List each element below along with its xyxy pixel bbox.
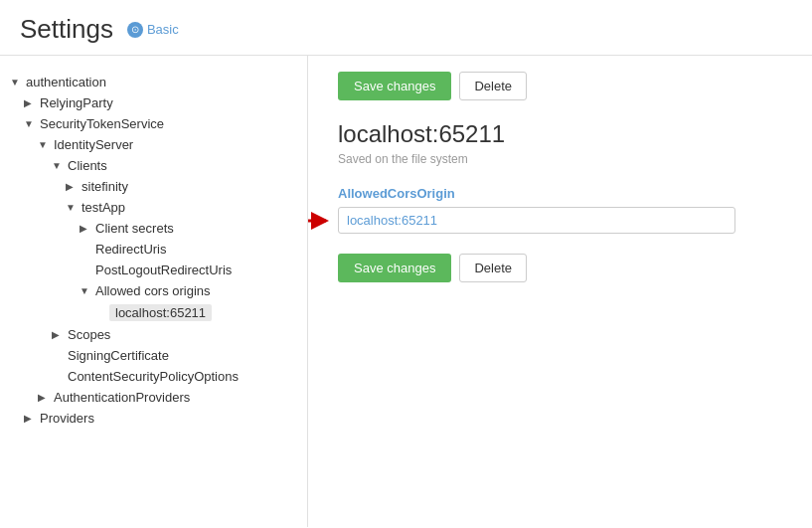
sidebar: authenticationRelyingPartySecurityTokenS… bbox=[0, 56, 308, 527]
label-clientsecrets: Client secrets bbox=[95, 221, 174, 236]
arrow-scopes bbox=[52, 329, 64, 341]
label-scopes: Scopes bbox=[68, 327, 110, 342]
label-identityserver: IdentityServer bbox=[54, 137, 133, 152]
label-securitytokenservice: SecurityTokenService bbox=[40, 116, 164, 131]
label-authenticationproviders: AuthenticationProviders bbox=[54, 390, 190, 405]
sidebar-item-signingcertificate[interactable]: SigningCertificate bbox=[0, 345, 307, 366]
label-allowedcorsorigins: Allowed cors origins bbox=[95, 283, 211, 298]
arrow-providers bbox=[24, 413, 36, 425]
sidebar-item-allowedcorsorigins[interactable]: Allowed cors origins bbox=[0, 280, 307, 301]
label-localhost65211: localhost:65211 bbox=[109, 304, 212, 321]
sidebar-item-testapp[interactable]: testApp bbox=[0, 197, 307, 218]
basic-link[interactable]: ⊙ Basic bbox=[127, 22, 179, 38]
page-title: Settings bbox=[20, 14, 113, 45]
save-button-bottom[interactable]: Save changes bbox=[338, 254, 451, 282]
label-postlogoutredirecturis: PostLogoutRedirectUris bbox=[95, 263, 232, 277]
sidebar-item-securitytokenservice[interactable]: SecurityTokenService bbox=[0, 113, 307, 134]
save-button-top[interactable]: Save changes bbox=[338, 72, 451, 100]
arrow-relyingparty bbox=[24, 97, 36, 109]
arrow-clientsecrets bbox=[80, 223, 91, 235]
sidebar-item-clientsecrets[interactable]: Client secrets bbox=[0, 218, 307, 239]
arrow-authenticationproviders bbox=[38, 392, 50, 404]
basic-icon: ⊙ bbox=[127, 22, 143, 38]
arrow-testapp bbox=[66, 202, 78, 214]
delete-button-bottom[interactable]: Delete bbox=[459, 254, 527, 282]
label-authentication: authentication bbox=[26, 75, 106, 89]
arrow-sitefinity bbox=[66, 181, 78, 193]
sidebar-item-clients[interactable]: Clients bbox=[0, 155, 307, 176]
label-contentsecuritypolicyoptions: ContentSecurityPolicyOptions bbox=[68, 369, 239, 384]
arrow-authentication bbox=[10, 77, 22, 88]
arrow-allowedcorsorigins bbox=[80, 285, 91, 297]
delete-button-top[interactable]: Delete bbox=[459, 72, 527, 100]
field-label: AllowedCorsOrigin bbox=[338, 186, 782, 201]
bottom-button-row: Save changes Delete bbox=[338, 254, 782, 282]
label-clients: Clients bbox=[68, 158, 107, 173]
field-row bbox=[338, 207, 782, 234]
sidebar-item-localhost65211[interactable]: localhost:65211 bbox=[0, 301, 307, 324]
sidebar-item-sitefinity[interactable]: sitefinity bbox=[0, 176, 307, 197]
sidebar-item-contentsecuritypolicyoptions[interactable]: ContentSecurityPolicyOptions bbox=[0, 366, 307, 387]
label-sitefinity: sitefinity bbox=[81, 179, 128, 194]
red-arrow-icon bbox=[308, 211, 332, 231]
sidebar-item-authentication[interactable]: authentication bbox=[0, 72, 307, 92]
label-relyingparty: RelyingParty bbox=[40, 95, 113, 110]
sidebar-item-postlogoutredirecturis[interactable]: PostLogoutRedirectUris bbox=[0, 260, 307, 280]
sidebar-item-relyingparty[interactable]: RelyingParty bbox=[0, 92, 307, 113]
arrow-identityserver bbox=[38, 139, 50, 151]
label-redirecturis: RedirectUris bbox=[95, 242, 167, 257]
label-testapp: testApp bbox=[81, 200, 125, 215]
label-signingcertificate: SigningCertificate bbox=[68, 348, 169, 363]
sidebar-item-identityserver[interactable]: IdentityServer bbox=[0, 134, 307, 155]
main-layout: authenticationRelyingPartySecurityTokenS… bbox=[0, 56, 812, 527]
arrow-securitytokenservice bbox=[24, 118, 36, 130]
arrow-clients bbox=[52, 160, 64, 172]
sidebar-item-providers[interactable]: Providers bbox=[0, 408, 307, 429]
main-content: Save changes Delete localhost:65211 Save… bbox=[308, 56, 812, 527]
header: Settings ⊙ Basic bbox=[0, 0, 812, 56]
sidebar-item-scopes[interactable]: Scopes bbox=[0, 324, 307, 345]
basic-label: Basic bbox=[147, 22, 179, 37]
sidebar-item-authenticationproviders[interactable]: AuthenticationProviders bbox=[0, 387, 307, 408]
top-button-row: Save changes Delete bbox=[338, 72, 782, 100]
record-title: localhost:65211 bbox=[338, 120, 782, 148]
record-subtitle: Saved on the file system bbox=[338, 152, 782, 166]
allowed-cors-origin-input[interactable] bbox=[338, 207, 735, 234]
label-providers: Providers bbox=[40, 411, 94, 426]
sidebar-item-redirecturis[interactable]: RedirectUris bbox=[0, 239, 307, 260]
